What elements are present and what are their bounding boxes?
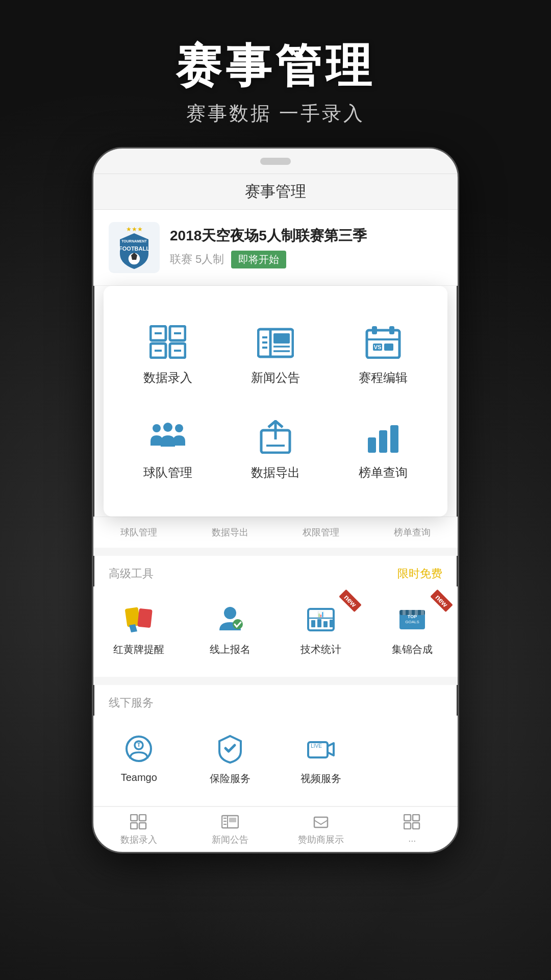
tool-item-insurance[interactable]: 保险服务 bbox=[185, 721, 276, 796]
advanced-tools-header: 高级工具 限时免费 bbox=[93, 556, 458, 586]
tab-label-data-entry: 数据录入 bbox=[120, 834, 157, 846]
svg-text:LIVE: LIVE bbox=[311, 743, 322, 749]
menu-item-ranking[interactable]: 榜单查询 bbox=[330, 401, 437, 496]
tab-sponsor-icon bbox=[311, 813, 331, 830]
tool-item-card[interactable]: 红黄牌提醒 bbox=[93, 592, 185, 667]
svg-rect-61 bbox=[131, 815, 137, 821]
news-icon bbox=[253, 322, 298, 362]
tournament-header: ★★★ TOURNAMENT FOOTBALL 2018天空夜场5人制联赛第三季… bbox=[93, 210, 458, 286]
svg-text:TOURNAMENT: TOURNAMENT bbox=[121, 239, 147, 243]
bottom-nav-permission[interactable]: 权限管理 bbox=[276, 522, 367, 543]
menu-item-schedule[interactable]: VS 赛程编辑 bbox=[330, 306, 437, 401]
menu-label-schedule: 赛程编辑 bbox=[359, 370, 408, 386]
bottom-nav-team[interactable]: 球队管理 bbox=[93, 522, 185, 543]
svg-point-29 bbox=[163, 423, 172, 432]
hero-subtitle: 赛事数据 一手录入 bbox=[176, 101, 375, 127]
svg-rect-73 bbox=[413, 815, 419, 821]
tournament-name: 2018天空夜场5人制联赛第三季 bbox=[170, 227, 442, 245]
section-divider-2 bbox=[93, 677, 458, 685]
main-menu-grid: 数据录入 bbox=[114, 306, 437, 496]
tab-data-entry[interactable]: 数据录入 bbox=[93, 813, 185, 846]
svg-point-30 bbox=[175, 424, 183, 432]
tab-more[interactable]: ... bbox=[367, 813, 458, 846]
hero-section: 赛事管理 赛事数据 一手录入 bbox=[176, 0, 375, 147]
tab-label-news: 新闻公告 bbox=[212, 834, 248, 846]
ranking-icon bbox=[360, 416, 406, 457]
tool-item-stats[interactable]: new 📊 技术统计 bbox=[276, 592, 367, 667]
svg-rect-27 bbox=[384, 344, 393, 351]
menu-item-data-entry[interactable]: 数据录入 bbox=[114, 306, 221, 401]
svg-rect-18 bbox=[273, 333, 290, 344]
svg-rect-23 bbox=[372, 326, 377, 334]
svg-rect-44 bbox=[311, 620, 315, 627]
bottom-nav-ranking[interactable]: 榜单查询 bbox=[367, 522, 458, 543]
menu-label-data-entry: 数据录入 bbox=[143, 370, 192, 386]
tool-label-video: 视频服务 bbox=[300, 772, 341, 786]
svg-rect-21 bbox=[367, 330, 399, 358]
tool-label-register: 线上报名 bbox=[210, 643, 251, 656]
bottom-nav-row: 球队管理 数据导出 权限管理 榜单查询 bbox=[93, 517, 458, 548]
advanced-tools-label: 高级工具 bbox=[109, 566, 154, 581]
tab-label-more: ... bbox=[408, 834, 416, 844]
tournament-meta: 联赛 5人制 即将开始 bbox=[170, 251, 442, 268]
phone-title-text: 赛事管理 bbox=[245, 181, 306, 202]
teamgo-icon: T bbox=[121, 731, 157, 767]
tab-data-entry-icon bbox=[129, 813, 148, 830]
offline-services-grid: T Teamgo 保险服务 bbox=[93, 716, 458, 806]
tool-item-highlight[interactable]: new TOP GOALS 集锦合成 bbox=[367, 592, 458, 667]
svg-rect-36 bbox=[390, 425, 398, 453]
svg-text:VS: VS bbox=[374, 344, 382, 350]
offline-services-label: 线下服务 bbox=[93, 685, 458, 716]
svg-rect-55 bbox=[421, 610, 424, 615]
svg-rect-54 bbox=[415, 610, 418, 615]
menu-label-news: 新闻公告 bbox=[251, 370, 300, 386]
svg-rect-63 bbox=[131, 823, 137, 829]
tool-label-teamgo: Teamgo bbox=[121, 772, 157, 783]
menu-item-team[interactable]: 球队管理 bbox=[114, 401, 221, 496]
menu-label-team: 球队管理 bbox=[143, 464, 192, 481]
tool-item-teamgo[interactable]: T Teamgo bbox=[93, 721, 185, 796]
meta-text: 联赛 5人制 bbox=[170, 252, 224, 267]
tool-item-video[interactable]: LIVE 视频服务 bbox=[276, 721, 367, 796]
tab-sponsor[interactable]: 赞助商展示 bbox=[276, 813, 367, 846]
svg-rect-35 bbox=[379, 430, 387, 453]
phone-title-bar: 赛事管理 bbox=[93, 174, 458, 210]
menu-item-export[interactable]: 数据导出 bbox=[221, 401, 329, 496]
video-icon: LIVE bbox=[303, 731, 339, 767]
svg-rect-45 bbox=[317, 619, 321, 627]
status-badge: 即将开始 bbox=[231, 251, 286, 268]
tool-label-stats: 技术统计 bbox=[300, 643, 341, 656]
section-divider-1 bbox=[93, 548, 458, 556]
svg-rect-52 bbox=[403, 610, 406, 615]
bottom-tab-bar: 数据录入 新闻公告 bbox=[93, 806, 458, 852]
tab-news[interactable]: 新闻公告 bbox=[185, 813, 276, 846]
svg-rect-38 bbox=[137, 608, 153, 628]
svg-rect-53 bbox=[409, 610, 412, 615]
new-badge-highlight: new bbox=[430, 590, 453, 612]
svg-rect-47 bbox=[330, 620, 334, 627]
register-icon bbox=[212, 602, 248, 638]
svg-text:FOOTBALL: FOOTBALL bbox=[119, 246, 149, 252]
bottom-nav-export[interactable]: 数据导出 bbox=[185, 522, 276, 543]
menu-label-export: 数据导出 bbox=[251, 464, 300, 481]
insurance-icon bbox=[212, 731, 248, 767]
tournament-logo: ★★★ TOURNAMENT FOOTBALL bbox=[109, 222, 160, 273]
menu-item-news[interactable]: 新闻公告 bbox=[221, 306, 329, 401]
phone-mockup: 赛事管理 ★★★ TOURNAMENT FOOTBALL bbox=[92, 147, 459, 853]
tool-item-register[interactable]: 线上报名 bbox=[185, 592, 276, 667]
svg-text:★★★: ★★★ bbox=[126, 226, 143, 233]
svg-rect-74 bbox=[404, 823, 411, 829]
svg-rect-67 bbox=[229, 818, 236, 822]
svg-text:📊: 📊 bbox=[317, 610, 324, 618]
svg-text:GOALS: GOALS bbox=[405, 620, 419, 624]
schedule-icon: VS bbox=[360, 322, 406, 362]
tournament-info: 2018天空夜场5人制联赛第三季 联赛 5人制 即将开始 bbox=[170, 227, 442, 268]
svg-rect-24 bbox=[389, 326, 394, 334]
data-entry-icon bbox=[145, 322, 191, 362]
svg-rect-62 bbox=[139, 815, 146, 821]
advanced-tools-grid: 红黄牌提醒 线上报名 new bbox=[93, 586, 458, 677]
new-badge-stats: new bbox=[339, 590, 362, 612]
svg-rect-71 bbox=[314, 817, 328, 827]
advanced-tools-badge: 限时免费 bbox=[397, 566, 442, 581]
menu-label-ranking: 榜单查询 bbox=[359, 464, 408, 481]
